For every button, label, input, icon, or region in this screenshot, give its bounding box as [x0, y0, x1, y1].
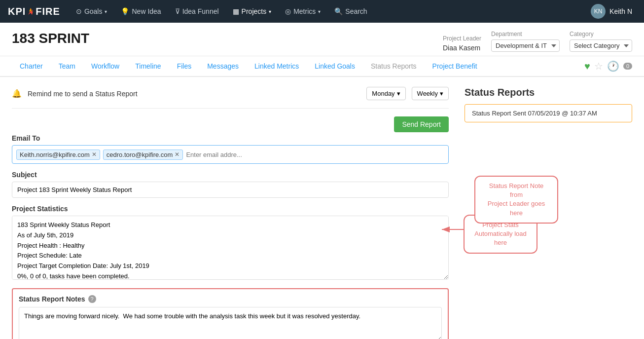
project-leader-label: Project Leader: [443, 35, 481, 42]
day-arrow-icon: ▾: [397, 90, 400, 97]
clock-icon[interactable]: 🕐: [607, 60, 619, 72]
email-tag-2-remove[interactable]: ✕: [175, 151, 179, 158]
nav-goals[interactable]: ⊙ Goals ▾: [70, 4, 113, 18]
category-select[interactable]: Select Category Innovation Operations: [570, 39, 632, 52]
nav-projects-label: Projects: [242, 7, 267, 15]
status-reports-title: Status Reports: [465, 87, 632, 98]
nav-metrics[interactable]: ◎ Metrics ▾: [279, 4, 326, 18]
notes-label: Status Report Notes: [19, 295, 85, 303]
email-tags-input[interactable]: Keith.norris@kpifire.com ✕ cedro.toro@kp…: [12, 145, 449, 164]
bell-icon: 🔔: [12, 89, 22, 98]
tab-timeline[interactable]: Timeline: [127, 56, 169, 77]
day-dropdown[interactable]: Monday ▾: [366, 87, 405, 100]
nav-search[interactable]: 🔍 Search: [328, 4, 373, 18]
notes-header: Status Report Notes ?: [19, 295, 442, 303]
tab-files[interactable]: Files: [169, 56, 200, 77]
email-tag-1-remove[interactable]: ✕: [92, 151, 97, 158]
right-panel: Status Reports Status Report Sent 07/05/…: [465, 87, 632, 339]
email-tag-1-address: Keith.norris@kpifire.com: [20, 151, 90, 158]
category-group: Category Select Category Innovation Oper…: [570, 31, 632, 52]
nav-new-idea[interactable]: 💡 New Idea: [115, 4, 167, 18]
reminder-row: 🔔 Remind me to send a Status Report Mond…: [12, 87, 449, 109]
project-leader-group: Project Leader Diaa Kasem: [443, 35, 481, 52]
email-row: Send Report: [12, 116, 449, 132]
tabs-bar: Charter Team Workflow Timeline Files Mes…: [0, 56, 644, 77]
annotation-note-bubble: Status Report Note fromProject Leader go…: [474, 176, 558, 224]
tab-actions: ♥ ☆ 🕐 0: [584, 60, 632, 72]
nav-funnel-label: Idea Funnel: [182, 7, 219, 15]
email-input[interactable]: [186, 151, 444, 158]
badge-count: 0: [623, 63, 632, 70]
heart-icon[interactable]: ♥: [584, 61, 590, 72]
nav-search-label: Search: [345, 7, 367, 15]
status-report-item[interactable]: Status Report Sent 07/05/2019 @ 10:37 AM: [465, 104, 632, 122]
email-tag-2-address: cedro.toro@kpifire.com: [107, 151, 173, 158]
logo[interactable]: KPI FIRE: [8, 6, 60, 17]
freq-dropdown[interactable]: Weekly ▾: [412, 87, 449, 100]
category-label: Category: [570, 31, 632, 38]
top-navigation: KPI FIRE ⊙ Goals ▾ 💡 New Idea ⊽ Idea Fun…: [0, 0, 644, 23]
page-header: 183 SPRINT Project Leader Diaa Kasem Dep…: [0, 23, 644, 56]
send-report-button[interactable]: Send Report: [394, 116, 449, 132]
nav-metrics-label: Metrics: [293, 7, 316, 15]
email-tag-1: Keith.norris@kpifire.com ✕: [16, 150, 100, 160]
main-content: 🔔 Remind me to send a Status Report Mond…: [0, 77, 644, 339]
projects-arrow-icon: ▾: [269, 9, 271, 14]
department-select[interactable]: Development & IT Engineering Marketing: [491, 39, 560, 52]
notes-section: Status Report Notes ?: [12, 288, 449, 339]
department-group: Department Development & IT Engineering …: [491, 31, 560, 52]
freq-selected: Weekly: [417, 90, 438, 97]
freq-arrow-icon: ▾: [440, 90, 443, 97]
header-meta: Project Leader Diaa Kasem Department Dev…: [443, 31, 632, 52]
logo-flame-icon: [26, 7, 35, 16]
logo-text: KPI: [8, 6, 26, 17]
subject-label: Subject: [12, 171, 449, 179]
stats-section: Project Statistics Project StatsAutomati…: [12, 205, 449, 281]
email-to-label: Email To: [12, 134, 449, 142]
project-leader-value: Diaa Kasem: [443, 44, 481, 52]
nav-idea-funnel[interactable]: ⊽ Idea Funnel: [169, 4, 225, 18]
search-icon: 🔍: [334, 7, 343, 15]
tab-workflow[interactable]: Workflow: [83, 56, 127, 77]
tab-charter[interactable]: Charter: [12, 56, 51, 77]
tab-linked-metrics[interactable]: Linked Metrics: [247, 56, 307, 77]
stats-textarea[interactable]: [12, 216, 449, 280]
metrics-icon: ◎: [285, 7, 291, 15]
reminder-text: Remind me to send a Status Report: [28, 90, 360, 98]
logo-fire-text: FIRE: [36, 6, 60, 17]
funnel-icon: ⊽: [175, 7, 180, 15]
subject-input[interactable]: [12, 182, 449, 198]
day-selected: Monday: [372, 90, 394, 97]
nav-projects[interactable]: ▦ Projects ▾: [227, 4, 278, 18]
email-tag-2: cedro.toro@kpifire.com ✕: [103, 150, 183, 160]
department-label: Department: [491, 31, 560, 38]
user-name: Keith N: [609, 7, 632, 15]
tab-status-reports[interactable]: Status Reports: [363, 56, 425, 77]
goals-arrow-icon: ▾: [105, 9, 107, 14]
nav-new-idea-label: New Idea: [132, 7, 161, 15]
star-icon[interactable]: ☆: [594, 60, 603, 72]
nav-goals-label: Goals: [84, 7, 103, 15]
avatar: KN: [591, 4, 606, 19]
page-title: 183 SPRINT: [12, 31, 89, 46]
tab-project-benefit[interactable]: Project Benefit: [425, 56, 485, 77]
projects-icon: ▦: [233, 7, 239, 15]
annotation-note-arrow: [494, 220, 524, 250]
tab-linked-goals[interactable]: Linked Goals: [307, 56, 363, 77]
help-icon[interactable]: ?: [88, 295, 96, 303]
notes-textarea[interactable]: [19, 307, 442, 339]
stats-label: Project Statistics: [12, 205, 449, 213]
metrics-arrow-icon: ▾: [318, 9, 321, 14]
tabs-list: Charter Team Workflow Timeline Files Mes…: [12, 56, 485, 76]
left-panel: 🔔 Remind me to send a Status Report Mond…: [12, 87, 449, 339]
new-idea-icon: 💡: [121, 7, 129, 15]
tab-team[interactable]: Team: [51, 56, 83, 77]
user-menu[interactable]: KN Keith N: [587, 2, 636, 21]
goals-icon: ⊙: [76, 7, 82, 15]
tab-messages[interactable]: Messages: [199, 56, 247, 77]
